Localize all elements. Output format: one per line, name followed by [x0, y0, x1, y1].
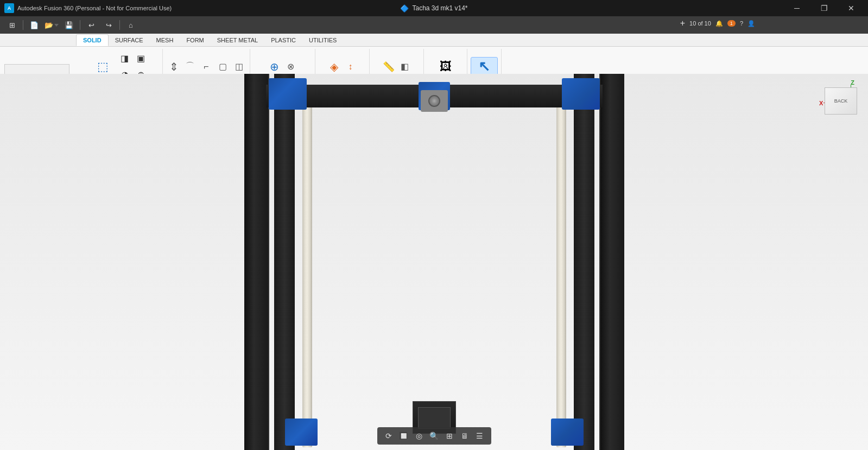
redo-button[interactable]: ↪ — [101, 18, 116, 32]
fullscreen-button[interactable]: 🖥 — [458, 429, 472, 443]
rod-left — [302, 101, 312, 447]
tab-surface[interactable]: SURFACE — [109, 34, 150, 46]
notification-badge: 1 — [727, 20, 736, 27]
extrude-button[interactable]: ◨ — [117, 51, 132, 66]
restore-button[interactable]: ❐ — [812, 0, 837, 16]
axis-x-label: X — [819, 100, 823, 106]
new-component-button[interactable]: ⬚ — [90, 58, 116, 76]
center-pulley — [421, 90, 448, 112]
titlebar-left: A Autodesk Fusion 360 (Personal - Not fo… — [4, 3, 172, 13]
ribbon-tabs: SOLID SURFACE MESH FORM SHEET METAL PLAS… — [0, 34, 868, 47]
viewcube-face-label: BACK — [834, 98, 848, 104]
title-bar: A Autodesk Fusion 360 (Personal - Not fo… — [0, 0, 868, 16]
home-button[interactable]: ⌂ — [123, 18, 138, 32]
rod-right — [556, 101, 566, 447]
profile-avatar[interactable]: 👤 — [747, 20, 755, 27]
extrusion-left-outer — [244, 74, 269, 450]
orbit-type-button[interactable]: ◎ — [412, 429, 426, 443]
extrusion-right-inner — [574, 74, 594, 450]
tab-count: 10 of 10 — [689, 20, 711, 27]
connector-top-right — [562, 78, 600, 110]
tab-solid[interactable]: SOLID — [76, 34, 109, 46]
axis-z-label: Z — [851, 79, 854, 86]
insert-button[interactable]: 🖼 — [432, 58, 459, 76]
printer-model — [244, 74, 624, 450]
shell-button[interactable]: ▣ — [134, 51, 149, 66]
undo-button[interactable]: ↩ — [84, 18, 99, 32]
tab-utilities[interactable]: UTILITIES — [302, 34, 343, 46]
fusion-logo-icon: 🔷 — [400, 4, 409, 12]
tab-form[interactable]: FORM — [180, 34, 210, 46]
more-options-button[interactable]: ☰ — [473, 429, 487, 443]
extrusion-left-inner — [274, 74, 295, 450]
adsk-logo-icon: A — [4, 3, 14, 13]
grid-button[interactable]: ⊞ — [442, 429, 457, 443]
titlebar-right: ─ ❐ ✕ — [784, 0, 864, 16]
plane-button[interactable]: ◈ — [327, 59, 342, 74]
separator — [23, 20, 23, 30]
file-name: Tacha 3d mk1 v14* — [412, 4, 467, 12]
canvas-area[interactable]: Z X BACK ⟳ 🔲 ◎ 🔍 ⊞ 🖥 ☰ — [0, 74, 868, 450]
section-button[interactable]: ◧ — [397, 59, 413, 74]
tab-sheet-metal[interactable]: SHEET METAL — [211, 34, 264, 46]
extrusion-right-outer — [599, 74, 624, 450]
close-button[interactable]: ✕ — [839, 0, 864, 16]
viewcube[interactable]: Z X BACK — [819, 79, 863, 123]
notification-area: + 10 of 10 🔔 1 ? 👤 — [676, 16, 759, 30]
connector-bottom-left — [285, 419, 318, 446]
new-comp-assemble-button[interactable]: ⊕ — [267, 59, 282, 74]
connector-bottom-right — [551, 419, 584, 446]
pulley-wheel — [428, 95, 440, 107]
bottom-toolbar: ⟳ 🔲 ◎ 🔍 ⊞ 🖥 ☰ — [377, 427, 491, 445]
separator2 — [80, 20, 80, 30]
notifications-button[interactable]: 🔔 — [715, 20, 723, 27]
fillet-button[interactable]: ⌒ — [182, 59, 198, 74]
axis-button[interactable]: ↕ — [343, 59, 358, 74]
new-file-button[interactable]: 📄 — [27, 18, 42, 32]
orbit-button[interactable]: ⟳ — [382, 429, 396, 443]
help-button[interactable]: ? — [740, 20, 743, 27]
save-button[interactable]: 💾 — [61, 18, 77, 32]
draft-button[interactable]: ◫ — [231, 59, 246, 74]
tab-mesh[interactable]: MESH — [150, 34, 180, 46]
viewcube-face[interactable]: BACK — [825, 87, 857, 115]
minimize-button[interactable]: ─ — [784, 0, 809, 16]
press-pull-button[interactable]: ⇕ — [166, 59, 181, 74]
separator3 — [119, 20, 120, 30]
add-tab-button[interactable]: + — [680, 18, 685, 28]
titlebar-center: 🔷 Tacha 3d mk1 v14* — [400, 4, 467, 12]
app-title: Autodesk Fusion 360 (Personal - Not for … — [17, 5, 172, 11]
motor-detail — [418, 407, 451, 429]
chamfer-button[interactable]: ⌐ — [199, 59, 214, 74]
measure-button[interactable]: 📏 — [381, 59, 396, 74]
grid-menu-button[interactable]: ⊞ — [4, 18, 20, 32]
open-file-dropdown[interactable]: 📂 — [44, 18, 59, 32]
connector-top-left — [269, 78, 307, 110]
shell-mod-button[interactable]: ▢ — [215, 59, 230, 74]
display-settings-button[interactable]: 🔲 — [397, 429, 411, 443]
tab-plastic[interactable]: PLASTIC — [264, 34, 302, 46]
zoom-button[interactable]: 🔍 — [427, 429, 441, 443]
model-view[interactable]: Z X BACK ⟳ 🔲 ◎ 🔍 ⊞ 🖥 ☰ — [0, 74, 868, 450]
joint-button[interactable]: ⊗ — [283, 59, 299, 74]
